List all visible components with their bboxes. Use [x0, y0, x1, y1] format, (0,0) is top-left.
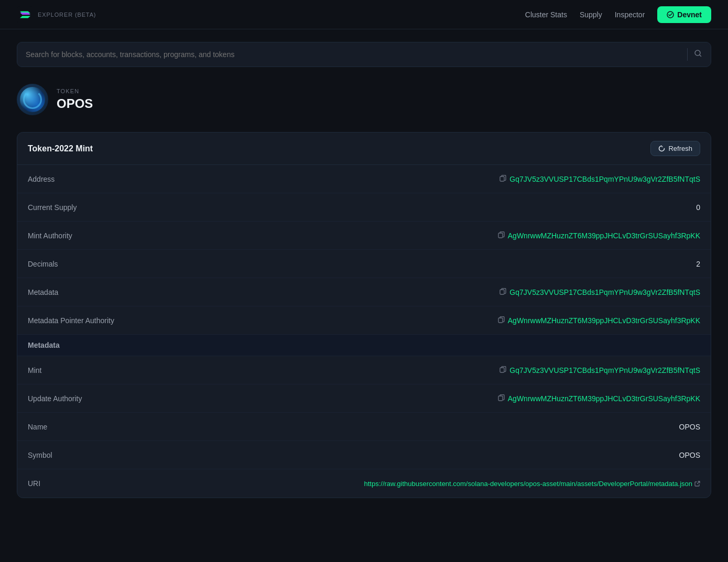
- refresh-button[interactable]: Refresh: [650, 141, 700, 156]
- table-row: URI https://raw.githubusercontent.com/so…: [17, 469, 711, 498]
- card-header: Token-2022 Mint Refresh: [17, 133, 711, 165]
- table-row: Decimals 2: [17, 250, 711, 278]
- copy-icon-metadata[interactable]: [499, 288, 506, 296]
- update-authority-value: AgWnrwwMZHuznZT6M39ppJHCLvD3trGrSUSayhf3…: [498, 394, 700, 403]
- refresh-label: Refresh: [668, 145, 692, 152]
- mint-authority-text[interactable]: AgWnrwwMZHuznZT6M39ppJHCLvD3trGrSUSayhf3…: [508, 232, 700, 240]
- row-label-uri: URI: [28, 479, 40, 488]
- row-label-name: Name: [28, 423, 47, 431]
- meta-mint-value: Gq7JV5z3VVUSP17CBds1PqmYPnU9w3gVr2ZfB5fN…: [499, 366, 700, 374]
- row-label-address: Address: [28, 175, 55, 183]
- token-logo-ring: [23, 90, 42, 109]
- copy-icon-update-authority[interactable]: [498, 394, 505, 403]
- token-logo-inner: [20, 87, 45, 112]
- svg-rect-5: [500, 290, 504, 294]
- main-content: Token-2022 Mint Refresh Address Gq7JV5z3…: [0, 132, 728, 515]
- token-label: TOKEN: [57, 88, 93, 94]
- row-label-update-authority: Update Authority: [28, 394, 82, 403]
- copy-icon-address[interactable]: [499, 175, 506, 183]
- devnet-button[interactable]: Devnet: [657, 6, 711, 23]
- header: EXPLORER (BETA) Cluster Stats Supply Ins…: [0, 0, 728, 29]
- header-left: EXPLORER (BETA): [17, 6, 96, 23]
- search-bar: [17, 42, 711, 67]
- svg-rect-7: [500, 368, 504, 372]
- table-row: Mint Gq7JV5z3VVUSP17CBds1PqmYPnU9w3gVr2Z…: [17, 356, 711, 384]
- devnet-check-icon: [667, 11, 674, 18]
- devnet-button-label: Devnet: [677, 10, 702, 19]
- search-divider: [687, 48, 688, 61]
- update-authority-text[interactable]: AgWnrwwMZHuznZT6M39ppJHCLvD3trGrSUSayhf3…: [508, 394, 700, 403]
- metadata-section-header: Metadata: [17, 335, 711, 356]
- metadata-pointer-value: AgWnrwwMZHuznZT6M39ppJHCLvD3trGrSUSayhf3…: [498, 316, 700, 325]
- cluster-stats-link[interactable]: Cluster Stats: [525, 10, 567, 19]
- svg-rect-3: [500, 177, 504, 181]
- table-row: Symbol OPOS: [17, 441, 711, 469]
- token-header: TOKEN OPOS: [0, 80, 728, 132]
- svg-rect-8: [498, 396, 503, 401]
- solana-logo-icon: [17, 6, 34, 23]
- row-label-mint-authority: Mint Authority: [28, 232, 72, 240]
- row-label-metadata-pointer: Metadata Pointer Authority: [28, 316, 114, 325]
- copy-icon-metadata-pointer[interactable]: [498, 316, 505, 325]
- token-logo: [17, 84, 48, 115]
- metadata-pointer-text[interactable]: AgWnrwwMZHuznZT6M39ppJHCLvD3trGrSUSayhf3…: [508, 316, 700, 325]
- token-name: OPOS: [57, 96, 93, 111]
- solana-logo[interactable]: EXPLORER (BETA): [17, 6, 96, 23]
- copy-icon-meta-mint[interactable]: [499, 366, 506, 374]
- table-row: Mint Authority AgWnrwwMZHuznZT6M39ppJHCL…: [17, 222, 711, 250]
- table-row: Update Authority AgWnrwwMZHuznZT6M39ppJH…: [17, 384, 711, 413]
- row-label-symbol: Symbol: [28, 451, 52, 459]
- table-row: Metadata Pointer Authority AgWnrwwMZHuzn…: [17, 306, 711, 335]
- inspector-link[interactable]: Inspector: [615, 10, 645, 19]
- row-label-meta-mint: Mint: [28, 366, 41, 374]
- supply-link[interactable]: Supply: [580, 10, 602, 19]
- uri-value[interactable]: https://raw.githubusercontent.com/solana…: [364, 480, 700, 488]
- metadata-value: Gq7JV5z3VVUSP17CBds1PqmYPnU9w3gVr2ZfB5fN…: [499, 288, 700, 296]
- row-label-decimals: Decimals: [28, 260, 58, 268]
- search-container: [0, 29, 728, 80]
- row-label-metadata: Metadata: [28, 288, 58, 296]
- symbol-value: OPOS: [679, 451, 700, 459]
- refresh-icon: [658, 145, 665, 152]
- row-label-supply: Current Supply: [28, 203, 77, 212]
- table-row: Current Supply 0: [17, 193, 711, 222]
- table-row: Metadata Gq7JV5z3VVUSP17CBds1PqmYPnU9w3g…: [17, 278, 711, 306]
- header-nav: Cluster Stats Supply Inspector Devnet: [525, 6, 711, 23]
- token-info: TOKEN OPOS: [57, 88, 93, 111]
- meta-mint-text[interactable]: Gq7JV5z3VVUSP17CBds1PqmYPnU9w3gVr2ZfB5fN…: [509, 366, 700, 374]
- copy-icon-mint-authority[interactable]: [498, 232, 505, 240]
- metadata-section-title: Metadata: [28, 341, 60, 349]
- metadata-text[interactable]: Gq7JV5z3VVUSP17CBds1PqmYPnU9w3gVr2ZfB5fN…: [509, 288, 700, 296]
- svg-rect-4: [498, 233, 503, 238]
- uri-text[interactable]: https://raw.githubusercontent.com/solana…: [364, 480, 692, 488]
- supply-value: 0: [696, 203, 700, 212]
- search-input[interactable]: [26, 50, 681, 59]
- address-value: Gq7JV5z3VVUSP17CBds1PqmYPnU9w3gVr2ZfB5fN…: [499, 175, 700, 183]
- table-row: Name OPOS: [17, 413, 711, 441]
- external-link-icon: [694, 481, 700, 487]
- mint-authority-value: AgWnrwwMZHuznZT6M39ppJHCLvD3trGrSUSayhf3…: [498, 232, 700, 240]
- svg-rect-6: [498, 318, 503, 323]
- table-row: Address Gq7JV5z3VVUSP17CBds1PqmYPnU9w3gV…: [17, 165, 711, 193]
- search-icon[interactable]: [694, 49, 702, 60]
- explorer-beta-label: EXPLORER (BETA): [38, 12, 96, 18]
- name-value: OPOS: [679, 423, 700, 431]
- address-text[interactable]: Gq7JV5z3VVUSP17CBds1PqmYPnU9w3gVr2ZfB5fN…: [509, 175, 700, 183]
- decimals-value: 2: [696, 260, 700, 268]
- card-title: Token-2022 Mint: [28, 144, 93, 153]
- token-mint-card: Token-2022 Mint Refresh Address Gq7JV5z3…: [17, 132, 711, 498]
